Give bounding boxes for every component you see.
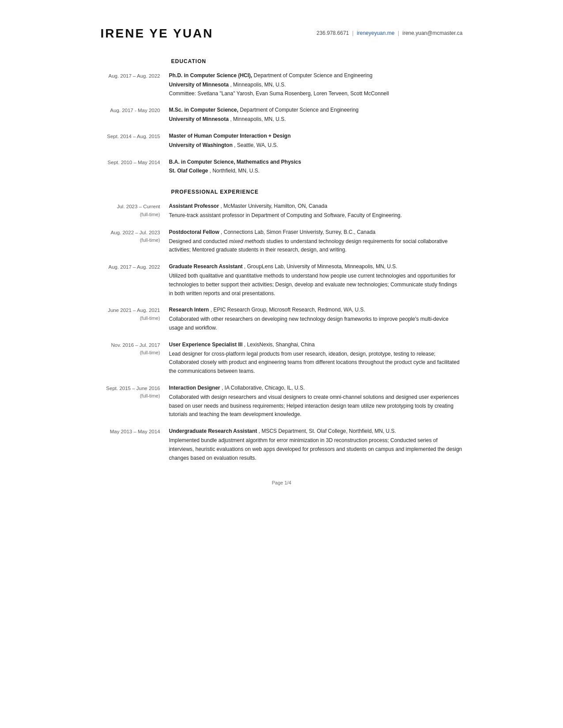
exp-entry-undergrad-ra: May 2013 – May 2014 Undergraduate Resear… [101,427,463,462]
phd-date: Aug. 2017 – Aug. 2022 [101,71,169,98]
exp-entry-postdoc: Aug. 2022 – Jul. 2023 (full-time) Postdo… [101,228,463,255]
hci-title: Master of Human Computer Interaction + D… [169,132,463,141]
education-entry-ba: Sept. 2010 – May 2014 B.A. in Computer S… [101,158,463,176]
grad-ra-date: Aug. 2017 – Aug. 2022 [101,263,169,298]
page-number: Page 1/4 [101,480,463,485]
ia-date: Sept. 2015 – June 2016 (full-time) [101,384,169,419]
ia-desc: Collaborated with design researchers and… [169,393,463,419]
ux-content: User Experience Specialist III , LexisNe… [169,341,463,376]
intern-org: , EPIC Research Group, Microsoft Researc… [211,307,365,313]
postdoc-content: Postdoctoral Fellow , Connections Lab, S… [169,228,463,255]
ba-title: B.A. in Computer Science, Mathematics an… [169,158,463,167]
asst-prof-desc: Tenure-track assistant professor in Depa… [169,211,463,220]
ux-org: , LexisNexis, Shanghai, China [244,341,315,348]
email-address: irene.yuan@mcmaster.ca [402,30,462,36]
asst-prof-date-main: Jul. 2023 – Current [117,204,160,209]
phd-university: University of Minnesota , Minneapolis, M… [169,81,463,90]
ia-date-sub: (full-time) [101,392,160,400]
grad-ra-role-bold: Graduate Research Assistant [169,263,243,270]
website-link[interactable]: ireneyeyuan.me [357,30,394,36]
phd-content: Ph.D. in Computer Science (HCI), Departm… [169,71,463,98]
education-entry-msc: Aug. 2017 - May 2020 M.Sc. in Computer S… [101,106,463,124]
ia-org: , IA Collaborative, Chicago, IL, U.S. [222,385,305,391]
ba-location: , Northfield, MN, U.S. [210,168,260,174]
phd-univ-bold: University of Minnesota [169,82,229,88]
intern-content: Research Intern , EPIC Research Group, M… [169,306,463,332]
intern-title: Research Intern , EPIC Research Group, M… [169,306,463,315]
ux-date-main: Nov. 2016 – Jul. 2017 [111,342,160,348]
intern-desc: Collaborated with other researchers on d… [169,315,463,333]
undergrad-ra-desc: Implemented bundle adjustment algorithm … [169,436,463,462]
postdoc-org: , Connections Lab, Simon Fraser Univeris… [221,229,375,235]
ux-desc: Lead designer for cross-platform legal p… [169,350,463,376]
education-entry-hci: Sept. 2014 – Aug. 2015 Master of Human C… [101,132,463,150]
exp-entry-grad-ra: Aug. 2017 – Aug. 2022 Graduate Research … [101,263,463,298]
ba-content: B.A. in Computer Science, Mathematics an… [169,158,463,176]
undergrad-ra-date: May 2013 – May 2014 [101,427,169,462]
undergrad-ra-role-bold: Undergraduate Research Assistant [169,428,257,434]
experience-section-title: PROFESSIONAL EXPERIENCE [101,189,463,195]
grad-ra-org: , GroupLens Lab, University of Minnesota… [244,263,397,270]
exp-entry-asst-prof: Jul. 2023 – Current (full-time) Assistan… [101,202,463,220]
hci-university: University of Washington , Seattle, WA, … [169,141,463,150]
ia-role-bold: Interaction Designer [169,385,220,391]
education-section: EDUCATION Aug. 2017 – Aug. 2022 Ph.D. in… [101,58,463,176]
postdoc-date-main: Aug. 2022 – Jul. 2023 [111,230,160,235]
msc-content: M.Sc. in Computer Science, Department of… [169,106,463,124]
msc-dept: Department of Computer Science and Engin… [240,107,359,113]
ia-content: Interaction Designer , IA Collaborative,… [169,384,463,419]
postdoc-italic: mixed methods [229,238,265,244]
asst-prof-org: , McMaster University, Hamilton, ON, Can… [220,203,327,209]
hci-univ-bold: University of Washington [169,142,233,148]
intern-date-sub: (full-time) [101,315,160,323]
ux-date: Nov. 2016 – Jul. 2017 (full-time) [101,341,169,376]
intern-date-main: June 2021 – Aug. 2021 [108,308,160,313]
phd-title: Ph.D. in Computer Science (HCI), Departm… [169,71,463,80]
phd-committee: Committee: Svetlana "Lana" Yarosh, Evan … [169,90,463,98]
separator-2: | [398,30,401,36]
phone-number: 236.978.6671 [317,30,349,36]
phd-degree-bold: Ph.D. in Computer Science (HCI), [169,72,253,79]
msc-university: University of Minnesota , Minneapolis, M… [169,115,463,124]
education-section-title: EDUCATION [101,58,463,64]
msc-univ-bold: University of Minnesota [169,116,229,122]
grad-ra-date-main: Aug. 2017 – Aug. 2022 [108,264,160,270]
ux-title: User Experience Specialist III , LexisNe… [169,341,463,349]
asst-prof-content: Assistant Professor , McMaster Universit… [169,202,463,220]
header: IRENE YE YUAN 236.978.6671 | ireneyeyuan… [101,26,463,41]
postdoc-title: Postdoctoral Fellow , Connections Lab, S… [169,228,463,237]
ba-date: Sept. 2010 – May 2014 [101,158,169,176]
intern-role-bold: Research Intern [169,307,209,313]
exp-entry-ux: Nov. 2016 – Jul. 2017 (full-time) User E… [101,341,463,376]
hci-location: , Seattle, WA, U.S. [234,142,278,148]
exp-entry-intern: June 2021 – Aug. 2021 (full-time) Resear… [101,306,463,332]
asst-prof-role-bold: Assistant Professor [169,203,219,209]
hci-degree-bold: Master of Human Computer Interaction + D… [169,133,291,139]
undergrad-ra-title: Undergraduate Research Assistant , MSCS … [169,427,463,436]
grad-ra-content: Graduate Research Assistant , GroupLens … [169,263,463,298]
msc-date: Aug. 2017 - May 2020 [101,106,169,124]
education-entry-phd: Aug. 2017 – Aug. 2022 Ph.D. in Computer … [101,71,463,98]
postdoc-role-bold: Postdoctoral Fellow [169,229,219,235]
phd-dept: Department of Computer Science and Engin… [254,72,373,79]
asst-prof-title: Assistant Professor , McMaster Universit… [169,202,463,211]
ia-title: Interaction Designer , IA Collaborative,… [169,384,463,393]
asst-prof-date-sub: (full-time) [101,211,160,219]
postdoc-date: Aug. 2022 – Jul. 2023 (full-time) [101,228,169,255]
ba-university: St. Olaf College , Northfield, MN, U.S. [169,167,463,176]
ba-degree-bold: B.A. in Computer Science, Mathematics an… [169,159,301,165]
ux-role-bold: User Experience Specialist III [169,341,243,348]
grad-ra-title: Graduate Research Assistant , GroupLens … [169,263,463,271]
undergrad-ra-content: Undergraduate Research Assistant , MSCS … [169,427,463,462]
postdoc-desc: Designed and conducted mixed methods stu… [169,237,463,255]
hci-date: Sept. 2014 – Aug. 2015 [101,132,169,150]
intern-date: June 2021 – Aug. 2021 (full-time) [101,306,169,332]
separator-1: | [352,30,355,36]
applicant-name: IRENE YE YUAN [101,26,214,41]
contact-info: 236.978.6671 | ireneyeyuan.me | irene.yu… [317,26,463,36]
msc-degree-bold: M.Sc. in Computer Science, [169,107,238,113]
undergrad-ra-date-main: May 2013 – May 2014 [110,429,160,434]
undergrad-ra-org: , MSCS Department, St. Olaf College, Nor… [258,428,396,434]
phd-location: , Minneapolis, MN, U.S. [230,82,286,88]
ba-univ-bold: St. Olaf College [169,168,208,174]
